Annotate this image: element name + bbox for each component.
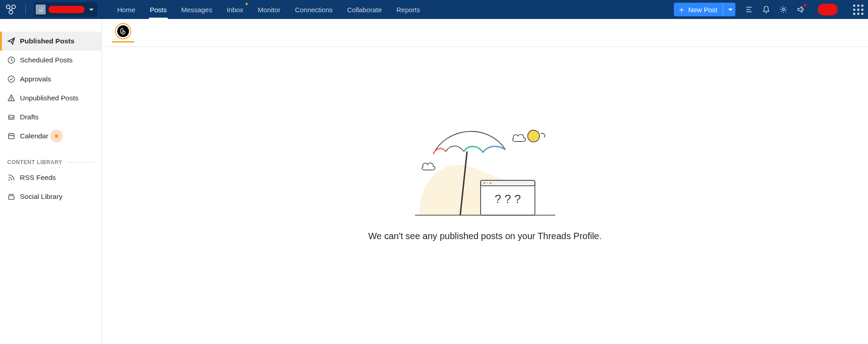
sidebar-label: Approvals <box>20 75 51 83</box>
sidebar-item-social-library[interactable]: Social Library <box>0 187 101 206</box>
svg-point-8 <box>782 9 785 11</box>
sidebar-label: Unpublished Posts <box>20 94 78 102</box>
svg-point-4 <box>41 7 43 9</box>
nav-reports-label: Reports <box>396 6 420 14</box>
sidebar-label: Published Posts <box>20 37 75 45</box>
header-divider <box>25 5 26 14</box>
brand-selector[interactable] <box>34 2 97 17</box>
sidebar-label: RSS Feeds <box>20 174 56 182</box>
svg-rect-24 <box>481 180 535 186</box>
nav-posts[interactable]: Posts <box>143 0 174 19</box>
sidebar-label: Calendar <box>20 132 48 140</box>
nav-messages[interactable]: Messages <box>174 0 219 19</box>
threads-icon <box>117 25 129 37</box>
activity-icon[interactable] <box>744 5 754 14</box>
sidebar-item-calendar[interactable]: Calendar <box>0 127 101 146</box>
channel-active-underline <box>112 41 134 42</box>
nav-collaborate[interactable]: Collaborate <box>340 0 389 19</box>
sidebar-section-label: CONTENT LIBRARY <box>7 159 62 165</box>
svg-point-0 <box>6 5 10 9</box>
header-icon-group <box>744 4 863 15</box>
nav-inbox-label: Inbox <box>227 6 243 14</box>
notification-dot <box>804 4 806 6</box>
nav-monitor-label: Monitor <box>258 6 281 14</box>
svg-point-1 <box>12 5 15 9</box>
channel-tab-threads[interactable] <box>112 23 134 42</box>
channel-filter-strip <box>102 19 868 47</box>
nav-connections[interactable]: Connections <box>288 0 340 19</box>
calendar-new-indicator <box>50 130 63 142</box>
app-logo-icon[interactable] <box>5 3 17 16</box>
rss-icon <box>7 174 15 182</box>
nav-collaborate-label: Collaborate <box>347 6 382 14</box>
empty-state: ? ? ? We can't see any published posts o… <box>102 47 868 344</box>
left-sidebar: Published Posts Scheduled Posts Approval… <box>0 19 102 344</box>
empty-state-illustration: ? ? ? <box>415 123 555 217</box>
library-icon <box>7 193 15 201</box>
sidebar-item-drafts[interactable]: Drafts <box>0 108 101 127</box>
nav-monitor[interactable]: Monitor <box>251 0 288 19</box>
paper-plane-icon <box>7 37 15 45</box>
svg-text:? ? ?: ? ? ? <box>495 192 521 206</box>
channel-ring <box>115 23 131 39</box>
nav-inbox[interactable]: Inbox ✦ <box>219 0 251 19</box>
brand-thumbnail <box>36 5 46 14</box>
nav-home[interactable]: Home <box>110 0 143 19</box>
sidebar-label: Scheduled Posts <box>20 56 72 64</box>
new-post-label: New Post <box>688 6 717 14</box>
top-navigation-bar: Home Posts Messages Inbox ✦ Monitor Conn… <box>0 0 868 19</box>
svg-point-26 <box>486 182 488 184</box>
warning-icon <box>7 94 15 102</box>
svg-point-25 <box>483 182 485 184</box>
nav-messages-label: Messages <box>181 6 212 14</box>
sidebar-item-rss[interactable]: RSS Feeds <box>0 168 101 187</box>
body-content: Published Posts Scheduled Posts Approval… <box>0 19 868 344</box>
svg-rect-20 <box>9 196 14 199</box>
primary-nav: Home Posts Messages Inbox ✦ Monitor Conn… <box>110 0 427 19</box>
sidebar-label: Drafts <box>20 113 38 121</box>
main-content: ? ? ? We can't see any published posts o… <box>102 19 868 344</box>
nav-connections-label: Connections <box>295 6 333 14</box>
nav-home-label: Home <box>117 6 135 14</box>
new-post-button[interactable]: ＋ New Post <box>674 3 735 16</box>
new-post-dropdown-icon[interactable] <box>723 3 735 16</box>
tray-icon <box>7 113 15 121</box>
sidebar-item-approvals[interactable]: Approvals <box>0 70 101 89</box>
bell-icon[interactable] <box>762 5 771 14</box>
sidebar-item-published[interactable]: Published Posts <box>0 32 101 51</box>
nav-posts-label: Posts <box>150 6 167 14</box>
svg-point-12 <box>11 100 12 100</box>
calendar-icon <box>7 132 15 140</box>
nav-reports[interactable]: Reports <box>389 0 428 19</box>
svg-point-27 <box>490 182 491 184</box>
svg-rect-14 <box>9 134 14 139</box>
sparkle-icon: ✦ <box>244 1 249 7</box>
chevron-down-icon <box>89 9 94 11</box>
clock-icon <box>7 56 15 64</box>
svg-point-18 <box>9 179 10 181</box>
sidebar-item-scheduled[interactable]: Scheduled Posts <box>0 51 101 70</box>
svg-rect-3 <box>38 6 44 13</box>
svg-point-21 <box>528 130 539 142</box>
empty-state-message: We can't see any published posts on your… <box>368 231 602 241</box>
apps-grid-icon[interactable] <box>853 5 863 15</box>
logo-area <box>5 2 97 17</box>
brand-name-redacted <box>48 6 85 13</box>
plus-icon: ＋ <box>677 5 686 14</box>
sidebar-section-header: CONTENT LIBRARY <box>0 159 101 165</box>
sidebar-item-unpublished[interactable]: Unpublished Posts <box>0 89 101 108</box>
svg-point-2 <box>9 10 13 14</box>
check-circle-icon <box>7 75 15 83</box>
user-avatar-redacted[interactable] <box>818 4 838 15</box>
sidebar-label: Social Library <box>20 193 62 201</box>
new-post-button-main[interactable]: ＋ New Post <box>674 5 723 14</box>
gear-icon[interactable] <box>779 5 788 14</box>
megaphone-icon[interactable] <box>796 5 805 14</box>
